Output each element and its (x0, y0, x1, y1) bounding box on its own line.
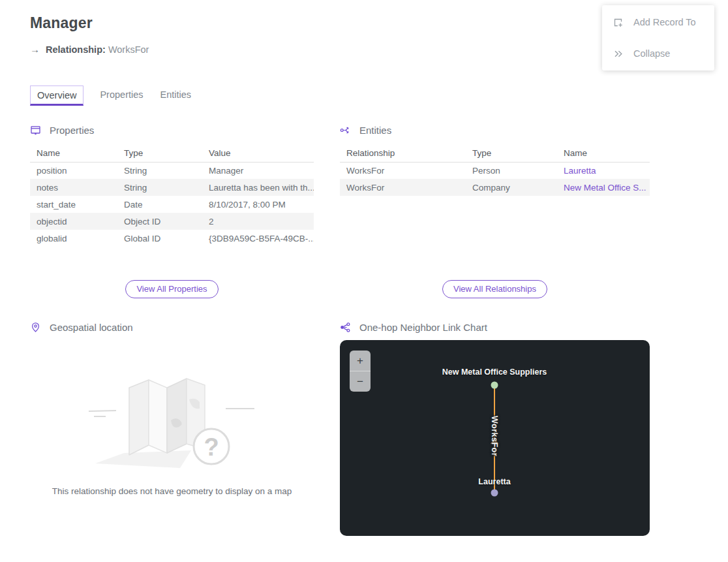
table-row: notes String Lauretta has been with th..… (30, 179, 314, 196)
prop-type: String (117, 179, 202, 196)
table-row: WorksFor Person Lauretta (340, 162, 650, 179)
menu-item-add-record-to[interactable]: Add Record To (602, 7, 714, 38)
view-all-properties-button[interactable]: View All Properties (125, 280, 218, 298)
link-chart-section-header: One-hop Neighbor Link Chart (340, 322, 487, 333)
arrow-right-icon: → (30, 44, 40, 55)
column-header: Type (117, 144, 202, 162)
collapse-icon (613, 48, 624, 59)
menu-item-label: Collapse (633, 48, 670, 59)
menu-item-collapse[interactable]: Collapse (602, 38, 714, 69)
no-geometry-map-illustration: ? (83, 360, 260, 475)
entities-section-header: Entities (340, 125, 391, 136)
prop-type: String (117, 162, 202, 179)
entity-type: Person (466, 162, 557, 179)
prop-value: 8/10/2017, 8:00 PM (202, 196, 314, 213)
column-header: Name (557, 144, 650, 162)
properties-section-header: Properties (30, 125, 94, 136)
page-title: Manager (30, 14, 93, 32)
prop-name: start_date (30, 196, 117, 213)
properties-table: Name Type Value position String Manager … (30, 144, 314, 247)
zoom-out-button[interactable]: − (350, 371, 371, 392)
prop-value: Lauretta has been with th... (202, 179, 314, 196)
tab-properties[interactable]: Properties (99, 85, 144, 106)
prop-name: objectid (30, 213, 117, 230)
context-menu: Add Record To Collapse (602, 5, 714, 70)
menu-item-label: Add Record To (633, 17, 696, 27)
table-row: globalid Global ID {3DB9A59C-B5FA-49CB-.… (30, 230, 314, 247)
column-header: Type (466, 144, 557, 162)
entities-section-title: Entities (359, 125, 391, 136)
link-chart-section-title: One-hop Neighbor Link Chart (359, 322, 487, 333)
link-chart-canvas[interactable]: + − New Metal Office Suppliers WorksFor … (340, 340, 650, 536)
table-header-row: Name Type Value (30, 144, 314, 162)
view-all-relationships-button[interactable]: View All Relationships (442, 280, 547, 298)
question-mark-glyph: ? (204, 433, 219, 461)
column-header: Relationship (340, 144, 466, 162)
edge-label: WorksFor (490, 416, 499, 456)
geospatial-section-title: Geospatial location (50, 322, 133, 333)
entities-icon (340, 125, 351, 136)
graph-node-person[interactable] (491, 490, 498, 497)
breadcrumb-value: WorksFor (108, 44, 149, 55)
prop-type: Date (117, 196, 202, 213)
entity-relationship: WorksFor (340, 179, 466, 196)
prop-value: 2 (202, 213, 314, 230)
zoom-in-button[interactable]: + (350, 351, 371, 371)
column-header: Value (202, 144, 314, 162)
prop-name: position (30, 162, 117, 179)
add-record-icon (613, 17, 624, 28)
prop-name: notes (30, 179, 117, 196)
node-label-company: New Metal Office Suppliers (442, 367, 547, 377)
map-pin-icon (30, 322, 41, 333)
no-geometry-message: This relationship does not have geometry… (30, 486, 314, 496)
node-label-person: Lauretta (478, 477, 510, 486)
breadcrumb-label: Relationship: (46, 44, 106, 55)
properties-icon (30, 125, 41, 136)
column-header: Name (30, 144, 117, 162)
geospatial-section-header: Geospatial location (30, 322, 133, 333)
graph-node-company[interactable] (491, 382, 498, 389)
table-row: start_date Date 8/10/2017, 8:00 PM (30, 196, 314, 213)
table-row: objectid Object ID 2 (30, 213, 314, 230)
zoom-control: + − (350, 351, 371, 392)
prop-name: globalid (30, 230, 117, 247)
breadcrumb: → Relationship: WorksFor (30, 44, 149, 55)
prop-type: Object ID (117, 213, 202, 230)
tab-entities[interactable]: Entities (160, 85, 192, 106)
entity-name-link[interactable]: Lauretta (564, 166, 596, 176)
link-chart-icon (340, 322, 351, 333)
prop-value: {3DB9A59C-B5FA-49CB-... (202, 230, 314, 247)
table-row: WorksFor Company New Metal Office S... (340, 179, 650, 196)
tab-overview[interactable]: Overview (30, 86, 83, 106)
entity-relationship: WorksFor (340, 162, 466, 179)
properties-section-title: Properties (50, 125, 94, 136)
prop-value: Manager (202, 162, 314, 179)
prop-type: Global ID (117, 230, 202, 247)
entities-table: Relationship Type Name WorksFor Person L… (340, 144, 650, 196)
table-header-row: Relationship Type Name (340, 144, 650, 162)
entity-name-link[interactable]: New Metal Office S... (564, 183, 646, 193)
tab-bar: Overview Properties Entities (30, 85, 192, 106)
entity-type: Company (466, 179, 557, 196)
table-row: position String Manager (30, 162, 314, 179)
